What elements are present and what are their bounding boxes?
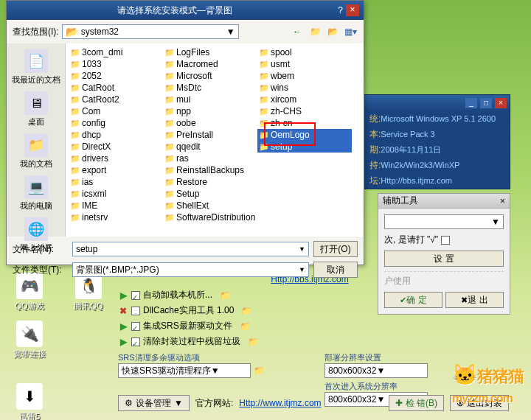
file-item[interactable]: 📁1033	[69, 58, 163, 70]
folder-icon: 📁	[70, 48, 80, 57]
place-icon: 📄	[24, 49, 48, 73]
file-item[interactable]: 📁spool	[257, 46, 352, 58]
file-item[interactable]: 📁ias	[69, 176, 163, 188]
cat-icon: 🐱	[452, 363, 477, 386]
file-item[interactable]: 📁2052	[69, 70, 163, 82]
file-item[interactable]: 📁dhcp	[69, 129, 163, 141]
browse-icon[interactable]: 📁	[220, 290, 231, 301]
close-icon[interactable]: ×	[346, 4, 359, 16]
aux-checkbox[interactable]	[441, 236, 450, 245]
file-item[interactable]: 📁ReinstallBackups	[163, 164, 257, 176]
checkbox[interactable]	[131, 322, 140, 331]
file-item[interactable]: 📁Restore	[163, 176, 257, 188]
settings-button[interactable]: 设 置	[384, 251, 504, 267]
dialog-titlebar[interactable]: 请选择系统安装模式—背景图 ? ×	[7, 1, 364, 20]
devmgr-button[interactable]: ⚙ 设备管理 ▼	[118, 395, 190, 411]
bottom-toolbar: ⚙ 设备管理 ▼ 官方网站: Http://www.itjmz.com ✚ 检 …	[118, 395, 509, 411]
file-item[interactable]: 📁3com_dmi	[69, 46, 163, 58]
file-item[interactable]: 📁IME	[69, 200, 163, 211]
browse-icon[interactable]: 📁	[254, 365, 265, 376]
file-item[interactable]: 📁Macromed	[163, 58, 257, 70]
play-icon[interactable]: ▶	[118, 321, 128, 332]
file-item[interactable]: 📁xircom	[257, 94, 352, 105]
file-item[interactable]: 📁usmt	[257, 58, 352, 70]
srs-combo[interactable]: 快速SRS驱动清理程序▼	[118, 363, 251, 378]
file-item[interactable]: 📁zh-cn	[257, 117, 352, 129]
filename-input[interactable]: setup▼	[72, 242, 309, 256]
file-name: dhcp	[82, 130, 101, 140]
desktop-icon-xunlei[interactable]: ⬇ 迅雷5	[7, 383, 52, 420]
file-item[interactable]: 📁Com	[69, 105, 163, 117]
debug-button[interactable]: ✚ 检 错(B)	[389, 395, 444, 411]
file-item[interactable]: 📁mui	[163, 94, 257, 105]
res-combo[interactable]: 800x600x32▼	[324, 363, 428, 378]
close-icon[interactable]: ×	[495, 98, 507, 108]
desktop-icon-broadband[interactable]: 🔌 宽带连接	[7, 321, 52, 360]
file-item[interactable]: 📁zh-CHS	[257, 105, 352, 117]
browse-icon[interactable]: 📁	[248, 337, 259, 347]
help-icon[interactable]: ?	[338, 5, 343, 15]
checkbox[interactable]	[131, 337, 140, 346]
file-name: usmt	[271, 59, 290, 69]
file-item[interactable]: 📁oobe	[163, 117, 257, 129]
file-item[interactable]: 📁wbem	[257, 70, 352, 82]
sidebar-item[interactable]: 💻我的电脑	[18, 174, 54, 213]
maximize-icon[interactable]: □	[480, 98, 492, 108]
filetype-combo[interactable]: 背景图(*.BMP;*.JPG)▼	[72, 262, 309, 277]
browse-icon[interactable]: 📁	[241, 306, 252, 316]
folder-icon: 📁	[70, 213, 80, 223]
place-icon: 🌐	[24, 217, 48, 241]
file-open-dialog: 请选择系统安装模式—背景图 ? × 查找范围(I): 📂 system32 ▼ …	[6, 0, 364, 265]
file-item[interactable]: 📁LogFiles	[163, 46, 257, 58]
file-item[interactable]: 📁setup	[257, 141, 352, 153]
file-item[interactable]: 📁CatRoot2	[69, 94, 163, 105]
official-link[interactable]: Http://www.itjmz.com	[239, 398, 321, 408]
file-item[interactable]: 📁export	[69, 164, 163, 176]
close-icon[interactable]: ×	[500, 196, 505, 206]
play-icon[interactable]: ▶	[118, 290, 128, 301]
checkbox[interactable]	[131, 291, 140, 300]
file-item[interactable]: 📁CatRoot	[69, 82, 163, 94]
open-button[interactable]: 打开(O)	[313, 241, 358, 257]
file-item[interactable]: 📁SoftwareDistribution	[163, 211, 257, 223]
minimize-icon[interactable]: _	[465, 98, 477, 108]
file-item[interactable]: 📁ShellExt	[163, 200, 257, 211]
cancel-button[interactable]: 取消	[313, 262, 358, 278]
file-item[interactable]: 📁wins	[257, 82, 352, 94]
file-item[interactable]: 📁Setup	[163, 188, 257, 200]
browse-icon[interactable]: 📁	[240, 321, 251, 332]
sidebar-item[interactable]: 🖥桌面	[23, 90, 49, 129]
file-item[interactable]: 📁inetsrv	[69, 211, 163, 223]
config-label: 自动卸载本机所...	[143, 289, 212, 301]
file-item[interactable]: 📁drivers	[69, 153, 163, 164]
file-name: Setup	[176, 189, 199, 199]
view-icon[interactable]: ▦▾	[343, 24, 358, 39]
file-item[interactable]: 📁DirectX	[69, 141, 163, 153]
aux-combo[interactable]: ▼	[384, 214, 504, 229]
sidebar-item[interactable]: 📄我最近的文档	[10, 48, 62, 87]
newfolder-icon[interactable]: 📂	[325, 24, 340, 39]
file-item[interactable]: 📁config	[69, 117, 163, 129]
folder-icon: 📁	[70, 130, 80, 140]
file-item[interactable]: 📁npp	[163, 105, 257, 117]
file-item[interactable]: 📁MsDtc	[163, 82, 257, 94]
play-icon[interactable]: ▶	[118, 337, 128, 347]
folder-icon: 📁	[259, 107, 269, 116]
back-icon[interactable]: ←	[290, 24, 305, 39]
file-item[interactable]: 📁Microsoft	[163, 70, 257, 82]
checkbox[interactable]	[131, 307, 140, 315]
file-item[interactable]: 📁icsxml	[69, 188, 163, 200]
file-name: CatRoot2	[82, 94, 119, 105]
file-item[interactable]: 📁ras	[163, 153, 257, 164]
file-item[interactable]: 📁OemLogo	[257, 129, 352, 141]
file-list[interactable]: 📁3com_dmi📁1033📁2052📁CatRoot📁CatRoot2📁Com…	[66, 43, 364, 237]
file-name: 1033	[82, 59, 102, 69]
up-icon[interactable]: 📁	[308, 24, 322, 39]
file-item[interactable]: 📁qqedit	[163, 141, 257, 153]
delete-icon[interactable]: ✖	[118, 306, 128, 316]
lookin-combo[interactable]: 📂 system32 ▼	[62, 24, 239, 39]
sidebar-item[interactable]: 📁我的文档	[18, 132, 54, 171]
file-item[interactable]: 📁PreInstall	[163, 129, 257, 141]
file-name: ReinstallBackups	[176, 165, 244, 175]
config-item: ▶自动卸载本机所...📁	[118, 289, 502, 301]
